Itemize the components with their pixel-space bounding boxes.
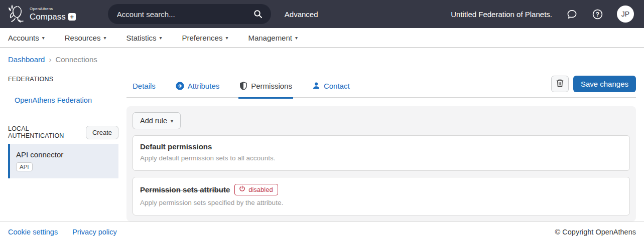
tab-attributes[interactable]: Attributes (175, 78, 220, 99)
sidebar-divider (8, 120, 118, 120)
rule-title: Permission sets attribute (140, 185, 230, 194)
copyright-text: © Copyright OpenAthens (555, 228, 636, 236)
chevron-down-icon: ▾ (171, 118, 173, 124)
account-search-input[interactable] (117, 10, 252, 19)
user-avatar[interactable]: JP (617, 6, 634, 23)
create-connection-button[interactable]: Create (86, 126, 118, 139)
tab-permissions[interactable]: Permissions (238, 78, 293, 99)
advanced-search-link[interactable]: Advanced (285, 10, 318, 19)
trash-icon (556, 79, 564, 90)
rule-title: Default permissions (140, 142, 212, 151)
logo-brand-bottom: Compass (30, 13, 66, 21)
connection-detail-main: Details Attributes (126, 76, 636, 221)
chevron-down-icon: ▾ (159, 35, 162, 41)
arrow-right-circle-icon (176, 82, 184, 90)
breadcrumb-current: Connections (55, 55, 97, 64)
tab-contact[interactable]: Contact (311, 78, 351, 99)
nav-item-management[interactable]: Management ▾ (248, 34, 298, 42)
local-authentication-heading: LOCAL AUTHENTICATION (8, 125, 86, 139)
rule-card-default-permissions[interactable]: Default permissions Apply default permis… (133, 135, 630, 171)
page-content: FEDERATIONS OpenAthens Federation LOCAL … (0, 71, 644, 221)
rule-card-permission-sets-attribute[interactable]: Permission sets attribute disabled Apply… (133, 177, 630, 215)
delete-connection-button[interactable] (551, 76, 569, 92)
nav-item-accounts[interactable]: Accounts ▾ (8, 34, 45, 42)
sidebar-item-openathens-federation[interactable]: OpenAthens Federation (15, 96, 118, 104)
rule-description: Apply permission sets specified by the a… (140, 199, 622, 206)
openathens-compass-logo[interactable]: OpenAthens Compass + (7, 4, 76, 25)
logo-brand-top: OpenAthens (30, 7, 76, 11)
chevron-down-icon: ▾ (295, 35, 298, 41)
chevron-down-icon: ▾ (225, 35, 228, 41)
help-icon[interactable]: ? (591, 8, 603, 20)
connection-title: API connector (16, 150, 112, 159)
tab-actions: Save changes (551, 76, 636, 97)
page-footer: Cookie settings Privacy policy © Copyrig… (0, 221, 644, 241)
sidebar-item-api-connector[interactable]: API connector API (8, 144, 118, 178)
logo-text: OpenAthens Compass + (30, 7, 76, 21)
nav-item-preferences[interactable]: Preferences ▾ (182, 34, 228, 42)
search-icon[interactable] (252, 8, 264, 20)
connections-sidebar: FEDERATIONS OpenAthens Federation LOCAL … (8, 76, 118, 221)
nav-item-resources[interactable]: Resources ▾ (65, 34, 106, 42)
openathens-owl-icon (7, 4, 26, 25)
feedback-chat-icon[interactable] (566, 8, 578, 20)
power-icon (239, 185, 245, 193)
tab-details[interactable]: Details (132, 78, 157, 99)
disabled-status-badge: disabled (234, 184, 278, 195)
connection-type-badge: API (16, 162, 33, 171)
cookie-settings-link[interactable]: Cookie settings (8, 228, 58, 236)
add-rule-button[interactable]: Add rule ▾ (133, 112, 181, 129)
federations-heading: FEDERATIONS (8, 76, 118, 83)
main-nav: Accounts ▾ Resources ▾ Statistics ▾ Pref… (0, 28, 644, 48)
breadcrumb: Dashboard › Connections (0, 48, 644, 71)
breadcrumb-separator-icon: › (49, 55, 51, 64)
shield-icon (239, 82, 247, 90)
save-changes-button[interactable]: Save changes (573, 76, 636, 92)
rule-description: Apply default permission sets to all acc… (140, 154, 622, 162)
svg-text:?: ? (595, 11, 599, 18)
compass-plus-icon: + (68, 13, 76, 21)
breadcrumb-dashboard-link[interactable]: Dashboard (8, 55, 45, 64)
chevron-down-icon: ▾ (103, 35, 106, 41)
tab-bar: Details Attributes (126, 76, 636, 98)
nav-item-statistics[interactable]: Statistics ▾ (126, 34, 162, 42)
person-icon (312, 82, 320, 90)
chevron-down-icon: ▾ (42, 35, 45, 41)
top-header: OpenAthens Compass + Advanced Untitled F… (0, 0, 644, 28)
account-search-box[interactable] (108, 4, 271, 24)
privacy-policy-link[interactable]: Privacy policy (72, 228, 117, 236)
permissions-panel: Add rule ▾ Default permissions Apply def… (126, 106, 636, 221)
header-right-group: Untitled Federation of Planets. ? JP (451, 6, 634, 23)
organisation-name: Untitled Federation of Planets. (451, 10, 552, 19)
